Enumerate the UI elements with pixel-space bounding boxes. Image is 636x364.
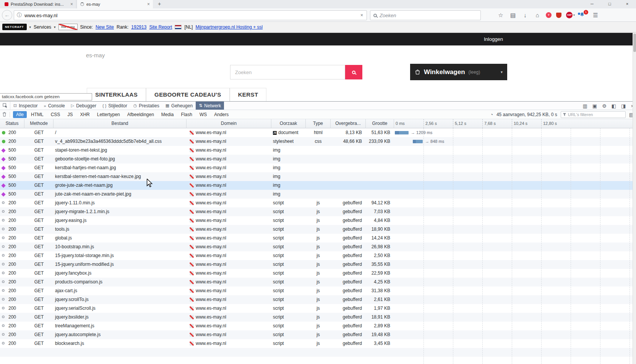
table-row[interactable]: 200GETjquery.bxslider.jswww.es-may.nlscr…: [0, 313, 636, 322]
table-row[interactable]: 200GETglobal.jswww.es-may.nlscriptjsgebu…: [0, 234, 636, 243]
column-overgebracht[interactable]: Overgebra...: [331, 119, 366, 128]
table-row[interactable]: 200GETtreeManagement.jswww.es-may.nlscri…: [0, 322, 636, 330]
site-search-input[interactable]: [235, 70, 345, 75]
table-row[interactable]: 200GETjquery.fancybox.jswww.es-may.nlscr…: [0, 269, 636, 278]
scrollbar-thumb[interactable]: [633, 34, 636, 52]
site-info-icon[interactable]: ⓘ: [14, 12, 24, 19]
devtools-tab-inspector[interactable]: ⊡ Inspector: [10, 102, 41, 110]
select-frame-icon[interactable]: ▣: [592, 103, 597, 109]
menu-item-sinterklaas[interactable]: SINTERKLAAS: [87, 88, 146, 101]
site-logo-text[interactable]: es-may: [86, 52, 105, 58]
column-domein[interactable]: Domein: [187, 119, 271, 128]
table-row[interactable]: 200GET10-bootstrap.min.jswww.es-may.nlsc…: [0, 243, 636, 251]
login-link[interactable]: Inloggen: [484, 33, 503, 45]
table-row[interactable]: 500GETgrote-jute-zak-met-naam.jpgwww.es-…: [0, 181, 636, 190]
url-filter-box[interactable]: [561, 111, 626, 118]
menu-item-kerst[interactable]: KERST: [230, 88, 267, 101]
table-row[interactable]: 500GETstapel-toren-met-tekst.jpgwww.es-m…: [0, 146, 636, 155]
responsive-mode-icon[interactable]: ▥: [583, 103, 587, 109]
table-row[interactable]: 500GETkerstbal-sterren-met-naam-naar-keu…: [0, 172, 636, 181]
devtools-tab-network[interactable]: ⇅ Netwerk: [196, 102, 224, 110]
pick-element-icon[interactable]: [0, 102, 10, 110]
rank-value-link[interactable]: 192913: [131, 24, 146, 30]
netcraft-logo[interactable]: NETCRAFT: [2, 24, 27, 30]
table-row[interactable]: 200GETjquery.easing.jswww.es-may.nlscrip…: [0, 216, 636, 225]
table-row[interactable]: 200GET15-jquery.total-storage.min.jswww.…: [0, 251, 636, 260]
minimize-button[interactable]: ─: [583, 0, 601, 8]
home-icon[interactable]: ⌂: [534, 12, 541, 18]
table-row[interactable]: 200GETproducts-comparison.jswww.es-may.n…: [0, 278, 636, 286]
filter-alle[interactable]: Alle: [13, 111, 27, 118]
site-search-button[interactable]: [345, 65, 362, 79]
column-oorzaak[interactable]: Oorzaak: [271, 119, 306, 128]
table-row[interactable]: 500GETjute-zak-met-naam-en-zwarte-piet.j…: [0, 190, 636, 199]
filter-css[interactable]: CSS: [48, 111, 63, 118]
close-window-button[interactable]: ×: [618, 0, 636, 8]
new-site-link[interactable]: New Site: [96, 24, 114, 30]
column-grootte[interactable]: Grootte: [366, 119, 394, 128]
column-bestand[interactable]: Bestand: [54, 119, 187, 128]
back-button[interactable]: ←: [2, 10, 12, 20]
table-row[interactable]: 200GETjquery-1.11.0.min.jswww.es-may.nls…: [0, 199, 636, 207]
downloads-icon[interactable]: ↓: [521, 12, 529, 18]
table-row[interactable]: 200GETajax-cart.jswww.es-may.nlscriptjsg…: [0, 286, 636, 295]
table-row[interactable]: 200GETv_4_ab9932be23a3a465363dddc5d5b7eb…: [0, 137, 636, 146]
performance-analysis-icon[interactable]: ◔: [490, 112, 493, 117]
clear-requests-trash-icon[interactable]: [2, 112, 6, 117]
devtools-tab-console[interactable]: » Console: [41, 102, 68, 110]
browser-search-bar[interactable]: [370, 10, 481, 20]
tab-close-icon[interactable]: ×: [147, 2, 150, 7]
url-input[interactable]: [24, 13, 357, 18]
filter-js[interactable]: JS: [64, 111, 76, 118]
adblock-plus-button[interactable]: ABP ▾: [566, 12, 575, 18]
table-row[interactable]: 500GETgeboorte-stoeltje-met-foto.jpgwww.…: [0, 155, 636, 163]
site-report-link[interactable]: Site Report: [149, 24, 172, 30]
dock-side-icon[interactable]: ◧: [612, 103, 616, 109]
table-row[interactable]: 200GETjquery.serialScroll.jswww.es-may.n…: [0, 304, 636, 313]
hamburger-menu-icon[interactable]: ☰: [592, 12, 599, 19]
filter-flash[interactable]: Flash: [178, 111, 195, 118]
reading-list-icon[interactable]: ▤: [509, 12, 517, 19]
chevron-down-icon[interactable]: ▾: [29, 25, 31, 29]
table-row[interactable]: 200GETjquery-migrate-1.2.1.min.jswww.es-…: [0, 207, 636, 216]
bookmark-star-icon[interactable]: ☆: [497, 12, 505, 19]
filter-media[interactable]: Media: [158, 111, 177, 118]
browser-tab-prestashop[interactable]: PrestaShop Download: ins... ×: [2, 0, 76, 8]
filter-anders[interactable]: Anders: [211, 111, 232, 118]
notifications-bell-button[interactable]: 1: [579, 12, 587, 19]
table-row[interactable]: 500GETkerstbal-hartjes-met-naam.jpgwww.e…: [0, 163, 636, 172]
dock-bottom-icon[interactable]: ◨: [621, 103, 626, 109]
vertical-scrollbar[interactable]: [633, 32, 636, 364]
table-row[interactable]: 200GET/www.es-may.nlJSdocumenthtml8,13 K…: [0, 128, 636, 137]
ublock-shield-icon[interactable]: [556, 13, 561, 18]
url-bar[interactable]: ⓘ ×: [14, 10, 367, 20]
stop-loading-icon[interactable]: ×: [357, 13, 367, 18]
url-filter-input[interactable]: [568, 112, 625, 117]
devtools-tab-performance[interactable]: ◷ Prestaties: [130, 102, 162, 110]
risk-rating-badge[interactable]: Risk Rating: [58, 24, 78, 30]
tab-close-icon[interactable]: ×: [70, 2, 73, 7]
browser-tab-esmay[interactable]: es-may ×: [77, 0, 153, 8]
filter-ws[interactable]: WS: [196, 111, 210, 118]
cart-button[interactable]: Winkelwagen (leeg) ▾: [410, 64, 507, 80]
filter-lettertypen[interactable]: Lettertypen: [94, 111, 123, 118]
table-row[interactable]: 200GETtools.jswww.es-may.nlscriptjsgebuf…: [0, 225, 636, 234]
table-row[interactable]: 200GETjquery.scrollTo.jswww.es-may.nlscr…: [0, 295, 636, 304]
maximize-button[interactable]: □: [601, 0, 618, 8]
devtools-tab-debugger[interactable]: ▷ Debugger: [68, 102, 99, 110]
table-row[interactable]: 200GET15-jquery.uniform-modified.jswww.e…: [0, 260, 636, 269]
devtools-tab-styleeditor[interactable]: { } Stijleditor: [99, 102, 130, 110]
settings-gear-icon[interactable]: ⚙: [602, 103, 607, 109]
filter-xhr[interactable]: XHR: [77, 111, 92, 118]
site-search-bar[interactable]: [230, 65, 345, 79]
browser-search-input[interactable]: [380, 13, 480, 18]
menu-item-geboorte-cadeaus[interactable]: GEBOORTE CADEAU'S: [146, 88, 230, 101]
devtools-tab-memory[interactable]: ▦ Geheugen: [162, 102, 196, 110]
filter-html[interactable]: HTML: [28, 111, 47, 118]
column-status[interactable]: Status: [0, 119, 24, 128]
table-row[interactable]: 200GETjquery.autocomplete.jswww.es-may.n…: [0, 330, 636, 339]
new-tab-button[interactable]: +: [154, 0, 164, 8]
filter-afbeeldingen[interactable]: Afbeeldingen: [124, 111, 157, 118]
table-row[interactable]: 200GETblocksearch.jswww.es-may.nlscriptj…: [0, 339, 636, 348]
netcraft-services-menu[interactable]: Services: [34, 24, 51, 30]
